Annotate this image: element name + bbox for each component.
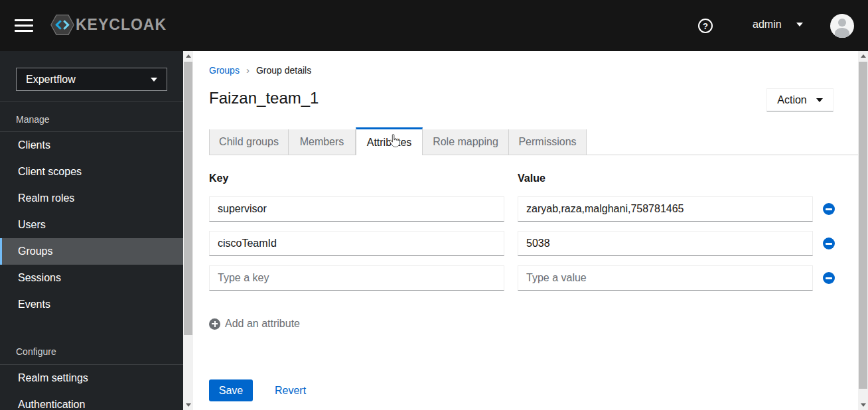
key-input-2[interactable] — [209, 231, 504, 256]
sidebar-item-users[interactable]: Users — [0, 212, 183, 238]
breadcrumb-separator-icon: › — [246, 64, 250, 76]
attributes-header-row: Key Value — [209, 172, 851, 184]
avatar[interactable] — [830, 14, 854, 38]
key-column-header: Key — [209, 172, 504, 184]
brand-text: KEYCLOAK — [76, 16, 167, 34]
tab-bar: Child groups Members Attributes Role map… — [209, 127, 858, 155]
attribute-row — [209, 231, 851, 256]
breadcrumb-groups-link[interactable]: Groups — [209, 65, 240, 76]
scroll-down-icon[interactable] — [183, 400, 193, 410]
hamburger-menu-icon[interactable] — [15, 19, 33, 32]
value-input-2[interactable] — [518, 231, 813, 256]
save-button[interactable]: Save — [209, 379, 253, 401]
main-scrollbar-thumb[interactable] — [859, 62, 867, 389]
sidebar-item-realm-settings[interactable]: Realm settings — [0, 365, 183, 391]
caret-down-icon — [816, 98, 823, 102]
tab-permissions[interactable]: Permissions — [509, 129, 587, 155]
value-input-3[interactable] — [518, 265, 813, 291]
tab-attributes[interactable]: Attributes — [356, 127, 423, 155]
sidebar-item-realm-roles[interactable]: Realm roles — [0, 185, 183, 212]
sidebar-item-sessions[interactable]: Sessions — [0, 265, 183, 291]
page-title: Faizan_team_1 — [209, 89, 319, 107]
keycloak-hexagon-icon — [50, 14, 74, 36]
remove-attribute-button-2[interactable] — [823, 238, 835, 249]
attribute-row — [209, 265, 851, 291]
form-actions: Save Revert — [209, 379, 306, 401]
remove-attribute-button-3[interactable] — [823, 272, 835, 284]
key-input-3[interactable] — [209, 265, 504, 291]
sidebar-item-client-scopes[interactable]: Client scopes — [0, 159, 183, 185]
scroll-up-icon[interactable] — [183, 51, 193, 61]
key-input-1[interactable] — [209, 196, 504, 222]
avatar-person-icon — [838, 19, 846, 27]
realm-name: Expertflow — [26, 74, 76, 86]
add-attribute-button[interactable]: Add an attribute — [209, 318, 300, 330]
top-bar: KEYCLOAK ? admin — [0, 0, 868, 51]
nav-section-configure: Configure — [16, 346, 183, 357]
value-input-1[interactable] — [518, 196, 813, 222]
attributes-table — [209, 196, 851, 300]
keycloak-logo: KEYCLOAK — [50, 14, 167, 36]
sidebar-item-groups[interactable]: Groups — [0, 238, 183, 265]
caret-down-icon — [151, 78, 157, 82]
scroll-up-icon[interactable] — [858, 51, 868, 61]
sidebar-scrollbar[interactable] — [183, 51, 193, 410]
breadcrumb-current: Group details — [256, 65, 311, 76]
main-content: Groups › Group details Faizan_team_1 Act… — [193, 51, 858, 410]
scroll-down-icon[interactable] — [858, 400, 868, 410]
tab-role-mapping[interactable]: Role mapping — [423, 129, 509, 155]
attribute-row — [209, 196, 851, 222]
sidebar: Expertflow Manage Clients Client scopes … — [0, 51, 183, 410]
breadcrumb: Groups › Group details — [209, 64, 311, 76]
value-column-header: Value — [518, 172, 800, 184]
admin-user-menu[interactable]: admin — [753, 19, 803, 31]
caret-down-icon — [796, 23, 803, 27]
sidebar-scrollbar-thumb[interactable] — [184, 62, 192, 335]
sidebar-item-clients[interactable]: Clients — [0, 132, 183, 159]
username-label: admin — [753, 19, 782, 31]
divider — [0, 102, 183, 102]
main-scrollbar[interactable] — [858, 51, 868, 410]
action-dropdown-button[interactable]: Action — [766, 88, 833, 111]
nav-section-manage: Manage — [16, 114, 183, 125]
sidebar-item-authentication[interactable]: Authentication — [0, 391, 183, 410]
realm-selector[interactable]: Expertflow — [16, 68, 167, 91]
sidebar-item-events[interactable]: Events — [0, 291, 183, 318]
tab-members[interactable]: Members — [289, 129, 356, 155]
plus-circle-icon — [209, 318, 220, 330]
help-icon[interactable]: ? — [698, 19, 713, 33]
remove-attribute-button-1[interactable] — [823, 203, 835, 215]
revert-link[interactable]: Revert — [275, 385, 306, 397]
tab-child-groups[interactable]: Child groups — [209, 129, 289, 155]
